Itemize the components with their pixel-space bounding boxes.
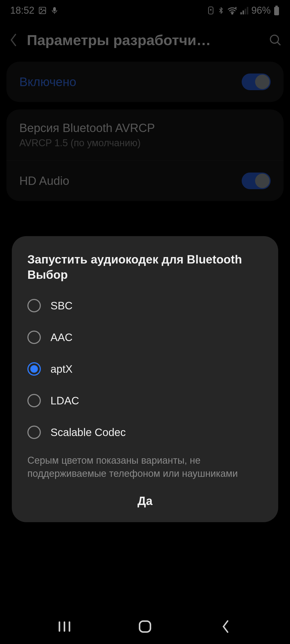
confirm-button[interactable]: Да bbox=[137, 494, 153, 508]
back-nav-button[interactable] bbox=[209, 617, 242, 636]
option-label: LDAC bbox=[50, 395, 79, 407]
option-label: Scalable Codec bbox=[50, 426, 126, 438]
option-label: SBC bbox=[50, 300, 73, 312]
option-label: AAC bbox=[50, 331, 73, 343]
radio-icon bbox=[27, 362, 41, 376]
option-ldac[interactable]: LDAC bbox=[12, 385, 278, 416]
recents-button[interactable] bbox=[48, 617, 81, 636]
codec-dialog: Запустить аудиокодек для Bluetooth Выбор… bbox=[12, 236, 278, 522]
svg-rect-11 bbox=[140, 621, 151, 632]
option-aptx[interactable]: aptX bbox=[12, 353, 278, 385]
option-label: aptX bbox=[50, 363, 73, 375]
dialog-title: Запустить аудиокодек для Bluetooth Выбор bbox=[12, 252, 278, 290]
dialog-actions: Да bbox=[12, 483, 278, 514]
option-scalable[interactable]: Scalable Codec bbox=[12, 416, 278, 448]
nav-bar bbox=[0, 609, 290, 644]
option-aac[interactable]: AAC bbox=[12, 321, 278, 353]
option-sbc[interactable]: SBC bbox=[12, 290, 278, 321]
home-button[interactable] bbox=[129, 617, 161, 636]
radio-icon bbox=[27, 426, 41, 439]
radio-icon bbox=[27, 394, 41, 407]
dialog-note: Серым цветом показаны варианты, не подде… bbox=[12, 448, 278, 483]
radio-icon bbox=[27, 331, 41, 344]
radio-icon bbox=[27, 299, 41, 312]
